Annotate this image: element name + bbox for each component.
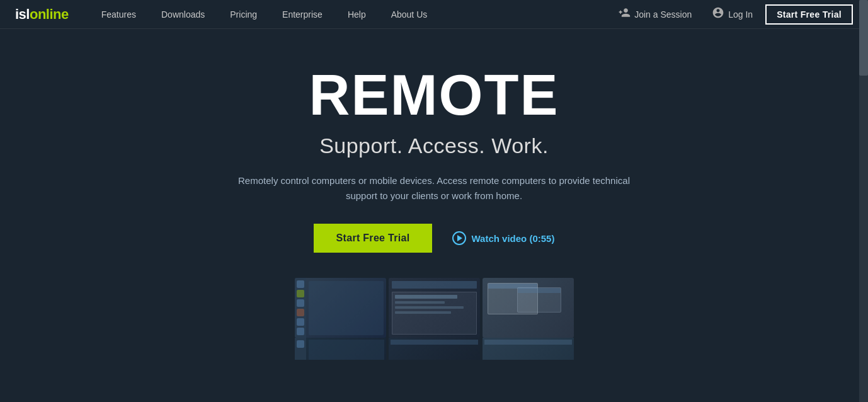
- screenshot-bottom-inner-1: [295, 338, 386, 360]
- scrollbar-thumb[interactable]: [859, 0, 868, 76]
- app-icon-5: [297, 318, 304, 326]
- log-in-button[interactable]: Log In: [704, 0, 760, 29]
- play-icon: [452, 231, 466, 245]
- row-2: [395, 301, 445, 304]
- screen-content-3: [483, 278, 574, 338]
- screenshot-bottom-inner-3: [483, 338, 574, 360]
- hero-section: REMOTE Support. Access. Work. Remotely c…: [0, 29, 868, 360]
- nav-downloads[interactable]: Downloads: [149, 0, 217, 29]
- logo[interactable]: islonline: [15, 6, 69, 23]
- nav-right: Join a Session Log In Start Free Trial: [610, 0, 853, 29]
- navbar: islonline Features Downloads Pricing Ent…: [0, 0, 868, 29]
- play-triangle: [457, 235, 462, 241]
- app-icon-4: [297, 309, 304, 316]
- hero-title: REMOTE: [309, 67, 559, 123]
- hero-subtitle: Support. Access. Work.: [319, 134, 549, 158]
- hero-description: Remotely control computers or mobile dev…: [232, 173, 636, 204]
- watch-video-label: Watch video (0:55): [471, 233, 554, 244]
- watch-video-button[interactable]: Watch video (0:55): [452, 231, 554, 245]
- app-icon-3: [297, 299, 304, 307]
- screen-content-2: [389, 278, 480, 338]
- nav-about[interactable]: About Us: [379, 0, 440, 29]
- screenshots-row: [232, 278, 637, 338]
- log-in-label: Log In: [728, 9, 753, 20]
- window-bar-2: [392, 281, 477, 289]
- join-session-button[interactable]: Join a Session: [610, 0, 699, 29]
- start-trial-hero-button[interactable]: Start Free Trial: [314, 224, 433, 253]
- screenshot-2: [389, 278, 480, 338]
- row-3: [395, 306, 464, 309]
- taskbar-1: [295, 278, 306, 338]
- join-session-label: Join a Session: [634, 9, 692, 20]
- bottom-desktop-1: [309, 340, 384, 360]
- row-4: [395, 311, 451, 314]
- nav-features[interactable]: Features: [89, 0, 149, 29]
- window-body-2: [392, 292, 477, 335]
- app-icon-2: [297, 290, 304, 297]
- account-icon: [712, 6, 724, 22]
- nav-help[interactable]: Help: [335, 0, 379, 29]
- join-session-icon: [618, 6, 631, 22]
- screenshots-bottom-row: [232, 338, 637, 360]
- start-trial-nav-button[interactable]: Start Free Trial: [765, 4, 853, 25]
- screen-content-1: [295, 278, 386, 338]
- logo-online: online: [30, 6, 69, 23]
- screenshot-bottom-inner-2: [389, 338, 480, 360]
- window-4: [517, 287, 561, 313]
- scrollbar[interactable]: [859, 0, 868, 402]
- bottom-bar-3: [484, 340, 572, 345]
- row-1: [395, 295, 457, 299]
- nav-links: Features Downloads Pricing Enterprise He…: [89, 0, 610, 29]
- screenshot-3: [483, 278, 574, 338]
- hero-buttons: Start Free Trial Watch video (0:55): [314, 224, 555, 253]
- taskbar-bottom-1: [295, 338, 306, 360]
- nav-pricing[interactable]: Pricing: [217, 0, 270, 29]
- desktop-area-1: [309, 281, 384, 335]
- bottom-bar-2: [391, 340, 478, 345]
- logo-isl: isl: [15, 6, 30, 23]
- screenshot-1: [295, 278, 386, 338]
- bottom-icon-1: [297, 340, 304, 348]
- app-icon-1: [297, 280, 304, 288]
- window-title-4: [518, 288, 561, 293]
- screenshot-bottom-3: [483, 338, 574, 360]
- screenshot-bottom-2: [389, 338, 480, 360]
- screenshot-bottom-1: [295, 338, 386, 360]
- app-icon-6: [297, 328, 304, 335]
- nav-enterprise[interactable]: Enterprise: [270, 0, 335, 29]
